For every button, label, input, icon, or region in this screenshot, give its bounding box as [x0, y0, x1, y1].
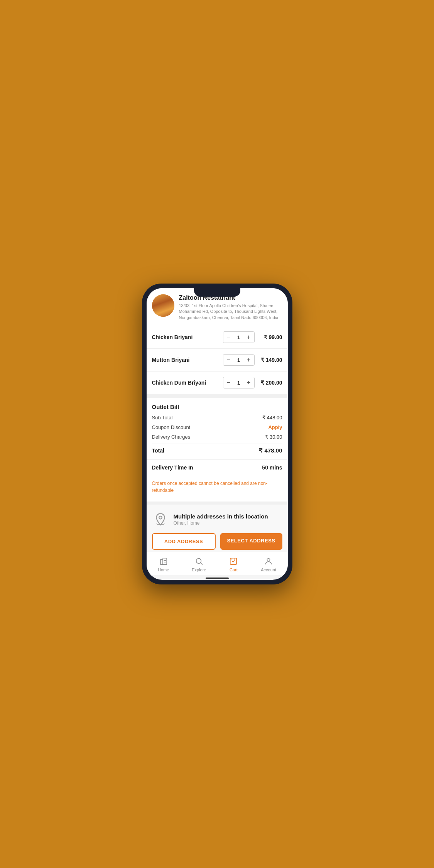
menu-item-name-0: Chicken Briyani [152, 334, 193, 340]
qty-decrease-0[interactable]: − [223, 332, 234, 343]
phone-frame: Zaitoon Restaurant 13/33, 1st Floor Apol… [142, 284, 292, 584]
bill-delivery-label: Delivery Charges [152, 434, 191, 440]
bill-total-value: ₹ 478.00 [259, 447, 282, 454]
menu-item-name-1: Mutton Briyani [152, 357, 190, 363]
menu-item-right-1: − 1 + ₹ 149.00 [223, 354, 282, 366]
screen-content: Zaitoon Restaurant 13/33, 1st Floor Apol… [147, 288, 288, 552]
phone-notch [194, 288, 240, 297]
nav-account-label: Account [261, 567, 276, 572]
svg-point-0 [159, 516, 162, 519]
address-subtitle: Other, Home [174, 520, 268, 526]
bill-coupon-label: Coupon Discount [152, 424, 191, 430]
address-section: Multiple addresses in this location Othe… [147, 502, 288, 552]
address-header: Multiple addresses in this location Othe… [152, 511, 282, 528]
menu-item-2: Chicken Dum Briyani − 1 + ₹ 200.00 [147, 372, 288, 394]
bill-subtotal-row: Sub Total ₹ 448.00 [152, 415, 282, 420]
warning-text: Orders once accepted cannot be cancelled… [147, 475, 288, 502]
quantity-control-2: − 1 + [223, 377, 255, 388]
delivery-value: 50 mins [262, 464, 282, 471]
svg-point-8 [267, 559, 270, 561]
qty-increase-2[interactable]: + [243, 377, 254, 388]
menu-item-price-0: ₹ 99.00 [259, 334, 282, 340]
bill-coupon-row: Coupon Discount Apply [152, 424, 282, 430]
home-icon [159, 557, 168, 566]
restaurant-logo-image [152, 294, 174, 317]
menu-item-price-1: ₹ 149.00 [259, 357, 282, 363]
restaurant-info: Zaitoon Restaurant 13/33, 1st Floor Apol… [179, 294, 282, 321]
section-divider [147, 394, 288, 398]
nav-cart-label: Cart [230, 567, 238, 572]
bottom-nav: Home Explore [147, 552, 288, 575]
bill-subtotal-value: ₹ 448.00 [262, 415, 282, 420]
nav-home[interactable]: Home [153, 555, 174, 574]
bill-section: Outlet Bill Sub Total ₹ 448.00 Coupon Di… [147, 398, 288, 459]
restaurant-logo [152, 294, 174, 317]
svg-line-6 [201, 563, 202, 564]
nav-home-label: Home [158, 567, 169, 572]
menu-item-price-2: ₹ 200.00 [259, 380, 282, 386]
add-address-button[interactable]: ADD ADDRESS [152, 533, 216, 550]
nav-explore[interactable]: Explore [187, 555, 211, 574]
select-address-button[interactable]: SELECT ADDRESS [220, 533, 282, 550]
quantity-control-1: − 1 + [223, 354, 255, 366]
nav-cart[interactable]: Cart [224, 555, 243, 574]
menu-item-right-2: − 1 + ₹ 200.00 [223, 377, 282, 388]
qty-value-2: 1 [234, 380, 243, 386]
bill-total-row: Total ₹ 478.00 [152, 444, 282, 454]
svg-rect-2 [163, 558, 167, 565]
address-title: Multiple addresses in this location [174, 513, 268, 520]
search-icon [194, 557, 204, 566]
nav-explore-label: Explore [192, 567, 206, 572]
bill-title: Outlet Bill [152, 404, 282, 410]
qty-increase-1[interactable]: + [243, 355, 254, 365]
account-icon [264, 557, 273, 566]
qty-decrease-1[interactable]: − [223, 355, 234, 365]
bill-total-label: Total [152, 448, 164, 454]
menu-item-0: Chicken Briyani − 1 + ₹ 99.00 [147, 326, 288, 349]
quantity-control-0: − 1 + [223, 331, 255, 343]
bill-delivery-row: Delivery Charges ₹ 30.00 [152, 434, 282, 440]
qty-value-1: 1 [234, 357, 243, 363]
home-indicator [206, 578, 229, 579]
location-icon [152, 511, 169, 528]
delivery-row: Delivery Time In 50 mins [147, 459, 288, 475]
address-info: Multiple addresses in this location Othe… [174, 513, 268, 526]
qty-value-0: 1 [234, 334, 243, 340]
qty-decrease-2[interactable]: − [223, 377, 234, 388]
restaurant-address: 13/33, 1st Floor Apollo Children's Hospi… [179, 303, 282, 321]
apply-coupon-button[interactable]: Apply [268, 424, 282, 430]
cart-icon [229, 557, 238, 566]
address-buttons: ADD ADDRESS SELECT ADDRESS [152, 533, 282, 550]
phone-screen: Zaitoon Restaurant 13/33, 1st Floor Apol… [147, 288, 288, 580]
qty-increase-0[interactable]: + [243, 332, 254, 343]
menu-item-1: Mutton Briyani − 1 + ₹ 149.00 [147, 349, 288, 372]
bill-subtotal-label: Sub Total [152, 415, 173, 420]
svg-rect-1 [160, 559, 162, 564]
menu-item-right-0: − 1 + ₹ 99.00 [223, 331, 282, 343]
nav-account[interactable]: Account [256, 555, 281, 574]
bill-delivery-value: ₹ 30.00 [265, 434, 282, 440]
delivery-label: Delivery Time In [152, 464, 193, 471]
menu-item-name-2: Chicken Dum Briyani [152, 380, 206, 386]
